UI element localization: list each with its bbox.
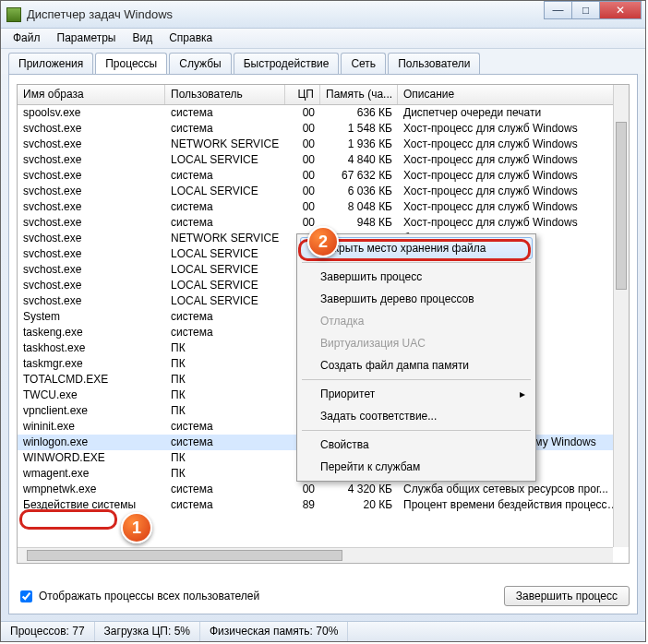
cell-name: winlogon.exe xyxy=(18,435,165,450)
cell-name: TOTALCMD.EXE xyxy=(18,372,165,388)
cell-desc: Служба общих сетевых ресурсов прог... xyxy=(398,482,629,497)
context-menu-item[interactable]: Завершить процесс xyxy=(300,266,533,288)
maximize-button[interactable]: □ xyxy=(571,1,599,19)
cell-name: taskeng.exe xyxy=(18,325,165,340)
tab-processes[interactable]: Процессы xyxy=(95,53,167,74)
cell-user: NETWORK SERVICE xyxy=(165,231,285,246)
cell-user: система xyxy=(165,309,285,325)
cell-name: svchost.exe xyxy=(18,137,165,152)
cell-cpu: 00 xyxy=(285,105,320,121)
table-row[interactable]: spoolsv.exeсистема00636 КБДиспетчер очер… xyxy=(18,105,629,121)
cell-desc: Хост-процесс для служб Windows xyxy=(398,184,629,199)
cell-cpu: 00 xyxy=(285,482,320,497)
annotation-bubble-2: 2 xyxy=(307,226,339,257)
show-all-users-checkbox[interactable]: Отображать процессы всех пользователей xyxy=(17,588,259,605)
table-row[interactable]: svchost.exeNETWORK SERVICE001 936 КБХост… xyxy=(18,137,629,152)
col-header-desc[interactable]: Описание xyxy=(398,85,629,104)
close-button[interactable]: ✕ xyxy=(599,1,642,19)
cell-user: NETWORK SERVICE xyxy=(165,137,285,152)
cell-user: ПК xyxy=(165,466,285,482)
cell-cpu: 00 xyxy=(285,121,320,137)
tab-services[interactable]: Службы xyxy=(169,53,231,74)
cell-mem: 67 632 КБ xyxy=(320,168,398,184)
tabbar: Приложения Процессы Службы Быстродействи… xyxy=(1,49,645,74)
context-menu-item[interactable]: Перейти к службам xyxy=(300,456,533,478)
annotation-highlight-1 xyxy=(19,509,117,530)
cell-mem: 1 936 КБ xyxy=(320,137,398,152)
cell-user: LOCAL SERVICE xyxy=(165,278,285,293)
cell-name: svchost.exe xyxy=(18,184,165,199)
show-all-users-label: Отображать процессы всех пользователей xyxy=(39,590,259,602)
show-all-users-box[interactable] xyxy=(20,590,32,602)
cell-cpu: 00 xyxy=(285,184,320,199)
cell-user: ПК xyxy=(165,340,285,356)
context-menu-item[interactable]: Задать соответствие... xyxy=(300,405,533,427)
cell-desc: Хост-процесс для служб Windows xyxy=(398,168,629,184)
cell-name: wmpnetwk.exe xyxy=(18,482,165,497)
app-icon xyxy=(6,7,21,22)
menu-help[interactable]: Справка xyxy=(161,29,221,48)
tab-users[interactable]: Пользователи xyxy=(388,53,480,74)
cell-name: svchost.exe xyxy=(18,199,165,215)
cell-user: ПК xyxy=(165,450,285,466)
cell-name: vpnclient.exe xyxy=(18,403,165,419)
context-menu-item[interactable]: Приоритет▸ xyxy=(300,383,533,405)
cell-name: svchost.exe xyxy=(18,231,165,246)
cell-user: LOCAL SERVICE xyxy=(165,152,285,168)
cell-mem: 20 КБ xyxy=(320,497,398,513)
table-header: Имя образа Пользователь ЦП Память (ча...… xyxy=(18,85,629,105)
cell-desc: Хост-процесс для служб Windows xyxy=(398,152,629,168)
cell-user: система xyxy=(165,215,285,231)
end-process-button[interactable]: Завершить процесс xyxy=(504,586,630,606)
table-row[interactable]: svchost.exeсистема0067 632 КБХост-процес… xyxy=(18,168,629,184)
horizontal-scrollbar[interactable] xyxy=(18,547,613,563)
minimize-button[interactable]: — xyxy=(544,1,571,19)
cell-name: svchost.exe xyxy=(18,278,165,293)
table-row[interactable]: wmpnetwk.exeсистема004 320 КБСлужба общи… xyxy=(18,482,629,497)
col-header-user[interactable]: Пользователь xyxy=(165,85,285,104)
cell-mem: 636 КБ xyxy=(320,105,398,121)
context-menu-item[interactable]: Создать файл дампа памяти xyxy=(300,354,533,376)
menu-view[interactable]: Вид xyxy=(124,29,161,48)
table-row[interactable]: svchost.exeсистема008 048 КБХост-процесс… xyxy=(18,199,629,215)
cell-user: система xyxy=(165,168,285,184)
bottom-row: Отображать процессы всех пользователей З… xyxy=(17,586,630,606)
cell-user: система xyxy=(165,482,285,497)
col-header-name[interactable]: Имя образа xyxy=(18,85,165,104)
cell-desc: Хост-процесс для служб Windows xyxy=(398,215,629,231)
col-header-cpu[interactable]: ЦП xyxy=(285,85,320,104)
menu-options[interactable]: Параметры xyxy=(49,29,125,48)
cell-cpu: 00 xyxy=(285,152,320,168)
context-menu-separator xyxy=(302,430,531,431)
tab-applications[interactable]: Приложения xyxy=(8,53,93,74)
cell-mem: 4 320 КБ xyxy=(320,482,398,497)
cell-name: System xyxy=(18,309,165,325)
cell-name: taskhost.exe xyxy=(18,340,165,356)
table-row[interactable]: svchost.exeLOCAL SERVICE006 036 КБХост-п… xyxy=(18,184,629,199)
tab-network[interactable]: Сеть xyxy=(341,53,386,74)
context-menu-item[interactable]: Завершить дерево процессов xyxy=(300,288,533,310)
cell-name: taskmgr.exe xyxy=(18,356,165,372)
cell-cpu: 00 xyxy=(285,199,320,215)
cell-cpu: 00 xyxy=(285,168,320,184)
vertical-scrollbar[interactable] xyxy=(613,85,629,547)
table-row[interactable]: svchost.exeсистема001 548 КБХост-процесс… xyxy=(18,121,629,137)
cell-user: LOCAL SERVICE xyxy=(165,184,285,199)
statusbar: Процессов: 77 Загрузка ЦП: 5% Физическая… xyxy=(1,621,645,641)
menu-file[interactable]: Файл xyxy=(5,29,49,48)
cell-name: svchost.exe xyxy=(18,168,165,184)
col-header-mem[interactable]: Память (ча... xyxy=(320,85,398,104)
cell-name: TWCU.exe xyxy=(18,388,165,403)
cell-name: WINWORD.EXE xyxy=(18,450,165,466)
table-row[interactable]: svchost.exeLOCAL SERVICE004 840 КБХост-п… xyxy=(18,152,629,168)
cell-name: spoolsv.exe xyxy=(18,105,165,121)
status-memory: Физическая память: 70% xyxy=(200,622,348,641)
cell-user: ПК xyxy=(165,372,285,388)
tab-performance[interactable]: Быстродействие xyxy=(234,53,340,74)
cell-user: система xyxy=(165,419,285,435)
cell-user: LOCAL SERVICE xyxy=(165,293,285,309)
context-menu-separator xyxy=(302,262,531,263)
context-menu-item[interactable]: Свойства xyxy=(300,434,533,456)
status-processes: Процессов: 77 xyxy=(1,622,95,641)
context-menu[interactable]: Открыть место хранения файлаЗавершить пр… xyxy=(296,233,536,482)
